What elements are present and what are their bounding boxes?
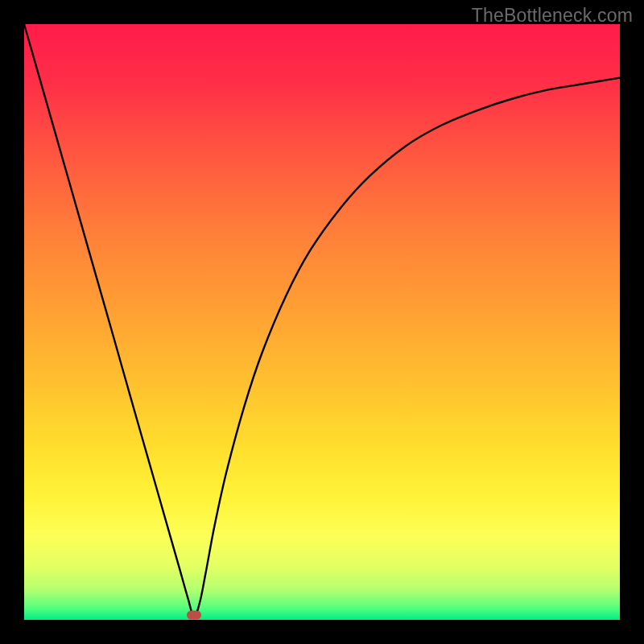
bottleneck-curve [24,24,620,620]
chart-frame: TheBottleneck.com [0,0,644,644]
plot-area [24,24,620,620]
curve-minimum-marker [187,611,201,620]
watermark-text: TheBottleneck.com [472,5,633,27]
